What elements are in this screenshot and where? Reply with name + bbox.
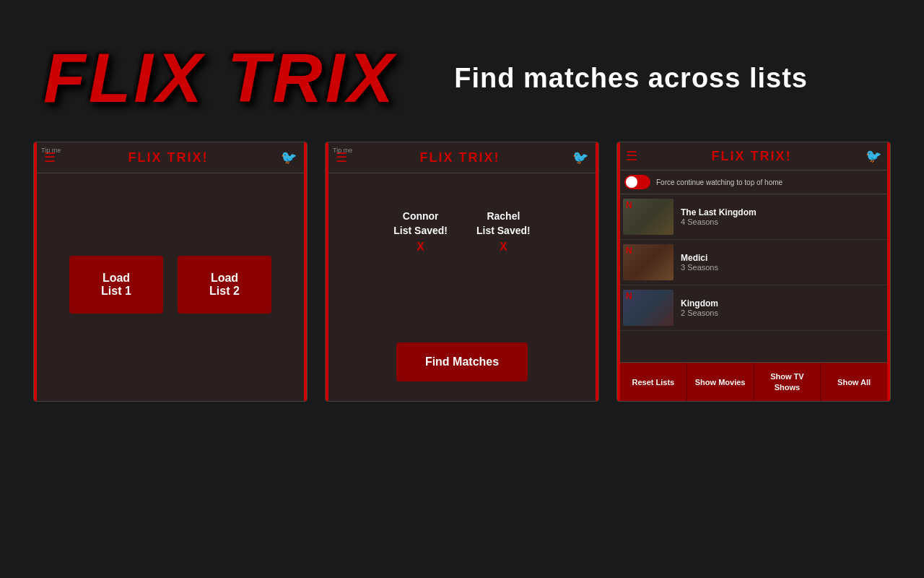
result-info-1: The Last Kingdom 4 Seasons xyxy=(681,207,884,226)
show-tv-shows-button[interactable]: Show TV Shows xyxy=(754,363,821,401)
result-seasons-2: 3 Seasons xyxy=(681,263,884,272)
user1-x: X xyxy=(393,241,448,254)
result-seasons-3: 2 Seasons xyxy=(681,309,884,317)
panel2-title: FLIX TRIX! xyxy=(420,150,500,165)
hamburger-icon-3[interactable]: ☰ xyxy=(626,148,637,164)
user2-x: X xyxy=(476,241,531,254)
panel3-header: ☰ FLIX TRIX! 🐦 xyxy=(617,142,890,171)
toggle-container: Force continue watching to top of home xyxy=(617,171,890,194)
panel1-title: FLIX TRIX! xyxy=(128,150,209,165)
twitter-icon-2[interactable]: 🐦 xyxy=(572,150,588,165)
twitter-icon-3[interactable]: 🐦 xyxy=(866,148,881,164)
toggle-label: Force continue watching to top of home xyxy=(656,178,783,186)
result-item-2: N Medici 3 Seasons xyxy=(617,240,890,285)
netflix-logo-2: N xyxy=(626,246,632,256)
load-list-1-button[interactable]: Load List 1 xyxy=(69,256,163,314)
force-watching-toggle[interactable] xyxy=(624,175,650,189)
result-seasons-1: 4 Seasons xyxy=(681,217,884,226)
panel3-title: FLIX TRIX! xyxy=(712,149,792,164)
results-footer: Reset Lists Show Movies Show TV Shows Sh… xyxy=(620,362,887,401)
netflix-logo-3: N xyxy=(626,291,632,301)
results-list: N The Last Kingdom 4 Seasons N Medici 3 … xyxy=(617,194,890,341)
result-title-1: The Last Kingdom xyxy=(681,207,884,217)
twitter-icon-1[interactable]: 🐦 xyxy=(281,150,297,165)
find-matches-button[interactable]: Find Matches xyxy=(396,342,528,381)
panel-load-lists: Tip me ☰ FLIX TRIX! 🐦 Load List 1 Load L… xyxy=(33,142,308,402)
saved-users: ConnorList Saved! X RachelList Saved! X xyxy=(393,210,530,254)
tip-label-1: Tip me xyxy=(41,147,61,154)
panel2-body: ConnorList Saved! X RachelList Saved! X … xyxy=(326,173,598,396)
saved-user-2: RachelList Saved! X xyxy=(476,210,531,254)
thumbnail-last-kingdom: N xyxy=(623,199,674,235)
result-info-2: Medici 3 Seasons xyxy=(681,253,884,272)
result-info-3: Kingdom 2 Seasons xyxy=(681,298,884,317)
netflix-logo-1: N xyxy=(626,200,632,210)
result-title-3: Kingdom xyxy=(681,298,884,309)
panel1-header: ☰ FLIX TRIX! 🐦 xyxy=(34,142,307,173)
panels-row: Tip me ☰ FLIX TRIX! 🐦 Load List 1 Load L… xyxy=(0,142,924,402)
thumbnail-medici: N xyxy=(623,244,674,280)
load-list-2-button[interactable]: Load List 2 xyxy=(178,256,271,314)
result-item-3: N Kingdom 2 Seasons xyxy=(617,285,890,331)
thumbnail-kingdom: N xyxy=(623,290,674,326)
show-movies-button[interactable]: Show Movies xyxy=(687,363,754,401)
result-item-1: N The Last Kingdom 4 Seasons xyxy=(617,194,890,240)
main-header: FLIX TRIX Find matches across lists xyxy=(0,0,924,142)
user2-name: RachelList Saved! xyxy=(476,210,531,236)
saved-user-1: ConnorList Saved! X xyxy=(393,210,448,254)
result-title-2: Medici xyxy=(681,253,884,263)
panel-find-matches: Tip me ☰ FLIX TRIX! 🐦 ConnorList Saved! … xyxy=(325,142,599,402)
reset-lists-button[interactable]: Reset Lists xyxy=(620,363,687,401)
user1-name: ConnorList Saved! xyxy=(393,210,448,236)
tagline: Find matches across lists xyxy=(454,63,808,94)
panel-results: ☰ FLIX TRIX! 🐦 Force continue watching t… xyxy=(616,142,891,402)
app-title: FLIX TRIX xyxy=(43,43,396,113)
panel2-header: ☰ FLIX TRIX! 🐦 xyxy=(326,142,598,173)
tip-label-2: Tip me xyxy=(333,147,352,154)
panel1-body: Load List 1 Load List 2 xyxy=(34,173,307,396)
show-all-button[interactable]: Show All xyxy=(821,363,887,401)
